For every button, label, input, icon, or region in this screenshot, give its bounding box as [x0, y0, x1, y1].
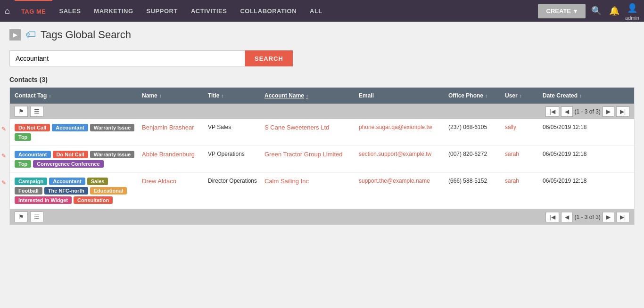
nav-item-support[interactable]: SUPPORT	[140, 0, 184, 22]
prev-page-button-bottom[interactable]: ◀	[561, 212, 573, 222]
first-page-button-top[interactable]: |◀	[545, 106, 559, 117]
sort-arrow-title: ↕	[221, 93, 223, 98]
tag-top-row2[interactable]: Top	[15, 160, 31, 168]
contacts-table: Contact Tag ↕ Name ↕ Title ↕ Account Nam…	[9, 87, 635, 225]
tag-accountant[interactable]: Accountant	[52, 124, 88, 131]
user-link-row2[interactable]: sarah	[505, 151, 543, 157]
create-button[interactable]: CREATE ▾	[538, 4, 586, 18]
user-link-row1[interactable]: sally	[505, 124, 543, 130]
tag-interested-widget[interactable]: Interested in Widget	[15, 196, 72, 204]
sort-arrow-account: ↕	[306, 93, 308, 98]
account-link-row2[interactable]: Green Tractor Group Limited	[264, 151, 359, 158]
sort-arrow-contact-tag: ↕	[49, 93, 51, 98]
table-row: ✎ Campaign Accountant Sales Football The…	[10, 173, 634, 209]
tag-sales[interactable]: Sales	[87, 178, 108, 185]
next-page-button-top[interactable]: ▶	[603, 106, 614, 117]
nav-item-activities[interactable]: ACTIVITIES	[184, 0, 234, 22]
user-link-row3[interactable]: sarah	[505, 178, 543, 184]
edit-icon-row2[interactable]: ✎	[1, 153, 6, 159]
email-cell-row2[interactable]: section.support@example.tw	[359, 151, 448, 157]
page-content: ▶ 🏷 Tags Global Search SEARCH Contacts (…	[0, 22, 644, 232]
sort-arrow-name: ↕	[159, 93, 162, 98]
table-row: ✎ Do Not Call Accountant Warranty Issue …	[10, 119, 634, 146]
date-cell-row2: 06/05/2019 12:18	[543, 151, 609, 157]
name-link-row1[interactable]: Benjamin Brashear	[142, 124, 208, 131]
th-account-name[interactable]: Account Name ↕	[264, 92, 359, 99]
account-link-row3[interactable]: Calm Sailing Inc	[264, 178, 359, 185]
table-toolbar-bottom: ⚑ ☰ |◀ ◀ (1 - 3 of 3) ▶ ▶|	[10, 209, 634, 225]
tag-accountant-row2[interactable]: Accountant	[15, 151, 51, 158]
tag-do-not-call[interactable]: Do Not Call	[15, 124, 50, 131]
th-title[interactable]: Title ↕	[208, 92, 264, 99]
email-cell-row1[interactable]: phone.sugar.qa@example.tw	[359, 124, 448, 130]
tag-warranty-issue-row2[interactable]: Warranty Issue	[90, 151, 134, 158]
nav-right: CREATE ▾ 🔍 🔔 👤 admin	[538, 1, 639, 21]
name-link-row2[interactable]: Abbie Brandenburg	[142, 151, 208, 158]
columns-button-top[interactable]: ☰	[30, 106, 43, 117]
th-contact-tag[interactable]: Contact Tag ↕	[15, 92, 142, 99]
next-page-button-bottom[interactable]: ▶	[603, 212, 614, 222]
edit-icon-row1[interactable]: ✎	[1, 126, 6, 132]
tag-top[interactable]: Top	[15, 133, 31, 141]
tags-cell-row2: Accountant Do Not Call Warranty Issue To…	[15, 151, 142, 168]
tag-football[interactable]: Football	[15, 187, 42, 195]
nav-item-sales[interactable]: SALES	[52, 0, 87, 22]
search-icon[interactable]: 🔍	[589, 4, 603, 18]
nav-item-collaboration[interactable]: COLLABORATION	[233, 0, 303, 22]
th-office-phone[interactable]: Office Phone ↕	[448, 92, 505, 99]
search-button[interactable]: SEARCH	[245, 50, 293, 66]
edit-icon-row3[interactable]: ✎	[1, 179, 6, 186]
last-page-button-top[interactable]: ▶|	[616, 106, 629, 117]
name-link-row3[interactable]: Drew Aldaco	[142, 178, 208, 185]
tag-nfc-north[interactable]: The NFC-north	[44, 187, 88, 195]
top-navigation: ⌂ TAG ME SALES MARKETING SUPPORT ACTIVIT…	[0, 0, 644, 22]
th-email: Email	[359, 92, 448, 99]
first-page-button-bottom[interactable]: |◀	[545, 212, 559, 222]
tag-convergence-row2[interactable]: Convergence Conference	[33, 160, 103, 168]
nav-item-all[interactable]: ALL	[303, 0, 329, 22]
notifications-icon[interactable]: 🔔	[607, 4, 621, 18]
tag-campaign[interactable]: Campaign	[15, 178, 47, 185]
phone-cell-row2: (007) 820-6272	[448, 151, 505, 157]
home-icon[interactable]: ⌂	[5, 6, 10, 16]
table-header: Contact Tag ↕ Name ↕ Title ↕ Account Nam…	[10, 88, 634, 104]
search-input[interactable]	[9, 50, 245, 66]
title-cell-row3: Director Operations	[208, 178, 264, 184]
tag-consultation[interactable]: Consultation	[74, 196, 113, 204]
filter-button-bottom[interactable]: ⚑	[15, 211, 28, 222]
sort-arrow-date: ↕	[579, 93, 582, 98]
prev-page-button-top[interactable]: ◀	[561, 106, 573, 117]
email-cell-row3[interactable]: support.the@example.name	[359, 178, 448, 184]
tags-cell-row1: Do Not Call Accountant Warranty Issue To…	[15, 124, 142, 141]
date-cell-row1: 06/05/2019 12:18	[543, 124, 609, 130]
phone-cell-row3: (666) 588-5152	[448, 178, 505, 184]
nav-item-marketing[interactable]: MARKETING	[87, 0, 140, 22]
account-link-row1[interactable]: S Cane Sweeteners Ltd	[264, 124, 359, 131]
pagination-bottom: |◀ ◀ (1 - 3 of 3) ▶ ▶|	[545, 212, 629, 222]
tag-accountant-row3[interactable]: Accountant	[49, 178, 85, 185]
nav-item-tagme[interactable]: TAG ME	[15, 0, 53, 22]
tag-warranty-issue[interactable]: Warranty Issue	[90, 124, 134, 131]
tag-educational[interactable]: Educational	[90, 187, 127, 195]
table-row: ✎ Accountant Do Not Call Warranty Issue …	[10, 146, 634, 173]
filter-button-top[interactable]: ⚑	[15, 106, 28, 117]
page-count-bottom: (1 - 3 of 3)	[575, 214, 601, 220]
date-cell-row3: 06/05/2019 12:18	[543, 178, 609, 184]
admin-label: admin	[625, 15, 639, 21]
th-user[interactable]: User ↕	[505, 92, 543, 99]
toolbar-left: ⚑ ☰	[15, 106, 43, 117]
nav-items: TAG ME SALES MARKETING SUPPORT ACTIVITIE…	[15, 0, 538, 22]
sidebar-toggle-button[interactable]: ▶	[9, 29, 21, 41]
tags-cell-row3: Campaign Accountant Sales Football The N…	[15, 178, 142, 204]
sort-arrow-user: ↕	[520, 93, 522, 98]
admin-user-menu[interactable]: 👤 admin	[625, 1, 639, 21]
chevron-down-icon: ▾	[574, 8, 577, 15]
tag-do-not-call-row2[interactable]: Do Not Call	[53, 151, 88, 158]
tags-icon: 🏷	[25, 29, 36, 41]
table-toolbar-top: ⚑ ☰ |◀ ◀ (1 - 3 of 3) ▶ ▶|	[10, 104, 634, 119]
columns-button-bottom[interactable]: ☰	[30, 211, 43, 222]
last-page-button-bottom[interactable]: ▶|	[616, 212, 629, 222]
section-title: Contacts (3)	[9, 76, 635, 83]
th-name[interactable]: Name ↕	[142, 92, 208, 99]
th-date-created[interactable]: Date Created ↕	[543, 92, 609, 99]
